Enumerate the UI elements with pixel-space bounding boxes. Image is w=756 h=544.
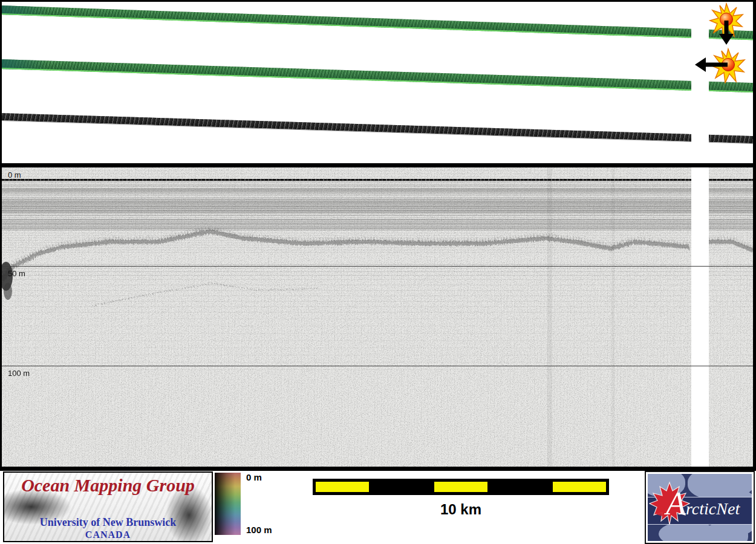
scale-bar-segment [316, 482, 369, 492]
echogram-panel: 0 m 50 m 100 m [2, 167, 753, 467]
scale-bar-segment [434, 482, 487, 492]
event-marker-left [692, 47, 756, 83]
arcticnet-logo-text: ArcticNet [666, 487, 740, 520]
scale-bar-segment [553, 482, 606, 492]
colorbar-shading [215, 473, 241, 535]
depth-gridline-100m [2, 366, 753, 366]
omg-logo-title: Ocean Mapping Group [4, 475, 212, 496]
omg-logo: Ocean Mapping Group University of New Br… [3, 471, 213, 542]
depth-colorbar [215, 473, 241, 535]
arcticnet-logo: ArcticNet [645, 471, 755, 544]
depth-label-0m: 0 m [8, 170, 21, 180]
panel-border-left [0, 0, 2, 471]
seafloor-trace [2, 167, 753, 467]
scale-bar-label: 10 km [313, 501, 609, 518]
depth-label-100m: 100 m [8, 369, 30, 378]
colorbar-label-top: 0 m [246, 472, 262, 482]
figure-root: 0 m 50 m 100 m Ocean Mapping Group Unive… [0, 0, 756, 544]
arcticnet-logo-map: ArcticNet [648, 474, 752, 541]
colorbar-label-bottom: 100 m [246, 525, 272, 535]
track-map-panel [0, 0, 756, 163]
data-gap-column-profile [691, 167, 709, 467]
omg-logo-country: CANADA [4, 529, 212, 540]
swath-track-2 [0, 59, 756, 93]
panel-divider-upper [0, 163, 756, 167]
depth-gridline-50m [2, 266, 753, 267]
omg-logo-subtitle: University of New Brunswick [4, 516, 212, 529]
footer: Ocean Mapping Group University of New Br… [0, 471, 756, 544]
scale-bar [313, 479, 609, 495]
subbottom-track [0, 113, 756, 144]
panel-border-top [0, 0, 756, 2]
depth-label-50m: 50 m [8, 269, 25, 278]
event-marker-down [709, 2, 745, 51]
panel-divider-lower [0, 467, 756, 471]
swath-track-1 [0, 5, 756, 40]
